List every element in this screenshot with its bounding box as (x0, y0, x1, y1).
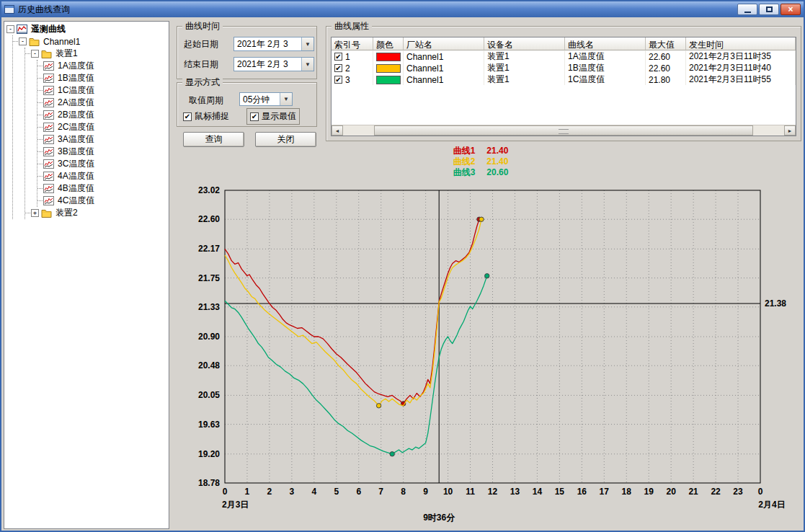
tree-item-label: 装置1 (54, 48, 79, 60)
svg-text:23: 23 (733, 487, 743, 497)
tree-item-label: 1B温度值 (56, 72, 96, 84)
curve-icon (43, 196, 54, 205)
color-swatch (376, 53, 401, 61)
extreme-marker (376, 404, 381, 408)
extreme-marker (485, 274, 489, 278)
series-1 (225, 217, 481, 406)
period-label: 取值周期 (189, 95, 223, 105)
row-cell: 1C温度值 (565, 74, 646, 85)
row-checkbox[interactable]: ✔ (334, 64, 342, 72)
tree-item-2B温度值[interactable]: 2B温度值 (43, 109, 169, 121)
svg-text:22.60: 22.60 (198, 214, 220, 224)
tree-item-4C温度值[interactable]: 4C温度值 (43, 195, 169, 207)
table-row[interactable]: ✔1Channel1装置11A温度值22.602021年2月3日11时35 (332, 50, 796, 62)
column-header-7[interactable]: 发生时间 (686, 37, 796, 50)
tree-node: 3A温度值 (43, 133, 169, 146)
svg-text:22.17: 22.17 (198, 244, 220, 254)
tree-node: -装置11A温度值1B温度值1C温度值2A温度值2B温度值2C温度值3A温度值3… (31, 48, 169, 207)
curve-icon (43, 61, 54, 71)
close-button[interactable]: × (780, 4, 801, 15)
svg-text:3: 3 (290, 487, 295, 497)
curve-icon (43, 86, 54, 95)
tree-item-1B温度值[interactable]: 1B温度值 (43, 72, 169, 84)
close-dialog-button[interactable]: 关闭 (255, 132, 316, 147)
svg-text:22: 22 (711, 487, 721, 497)
table-row[interactable]: ✔3Channel1装置11C温度值21.802021年2月3日11时55 (332, 74, 796, 85)
history-chart[interactable]: 18.7819.2019.6320.0520.4820.9021.3321.75… (174, 182, 803, 523)
tree-item-4B温度值[interactable]: 4B温度值 (43, 182, 169, 195)
minimize-button[interactable] (737, 4, 757, 15)
tree-item-3B温度值[interactable]: 3B温度值 (43, 146, 169, 158)
legend-label: 曲线2 (453, 156, 476, 167)
chevron-down-icon[interactable]: ▼ (280, 93, 292, 105)
row-cell: 2021年2月3日11时55 (686, 74, 796, 85)
expand-icon[interactable]: + (31, 209, 39, 217)
row-cell: 2021年2月3日11时40 (686, 62, 796, 74)
tree-item-装置1[interactable]: -装置1 (31, 48, 169, 60)
table-body: ✔1Channel1装置11A温度值22.602021年2月3日11时35✔2C… (332, 50, 796, 85)
collapse-icon[interactable]: - (6, 25, 14, 33)
tree-item-2C温度值[interactable]: 2C温度值 (43, 121, 169, 133)
svg-text:19.20: 19.20 (198, 449, 220, 459)
tree-item-3A温度值[interactable]: 3A温度值 (43, 133, 169, 146)
row-checkbox-cell[interactable]: ✔1 (332, 50, 373, 62)
tree-item-1A温度值[interactable]: 1A温度值 (43, 60, 169, 72)
row-checkbox[interactable]: ✔ (334, 76, 342, 84)
series-3 (225, 274, 489, 456)
tree-item-遥测曲线[interactable]: -遥测曲线 (6, 23, 169, 35)
curve-icon (43, 135, 54, 144)
tree-node: 1A温度值 (43, 60, 169, 72)
svg-text:14: 14 (533, 487, 543, 497)
tree-item-4A温度值[interactable]: 4A温度值 (43, 170, 169, 182)
tree-item-label: 3B温度值 (56, 146, 96, 158)
end-date-select[interactable]: 2021年 2月 3 ▼ (234, 57, 314, 71)
tree-item-2A温度值[interactable]: 2A温度值 (43, 97, 169, 109)
scroll-right-icon[interactable]: ► (784, 125, 796, 136)
column-header-3[interactable]: 厂站名 (404, 37, 484, 50)
row-checkbox[interactable]: ✔ (334, 53, 342, 61)
table-row[interactable]: ✔2Channel1装置11B温度值22.602021年2月3日11时40 (332, 62, 796, 74)
folder-icon (41, 49, 52, 58)
column-header-6[interactable]: 最大值 (646, 37, 686, 50)
tree-node: 1B温度值 (43, 72, 169, 84)
tree-item-Channel1[interactable]: -Channel1 (19, 35, 169, 48)
tree-item-3C温度值[interactable]: 3C温度值 (43, 158, 169, 170)
row-checkbox-cell[interactable]: ✔2 (332, 62, 373, 74)
show-extreme-checkbox[interactable]: ✔ 显示最值 (246, 108, 300, 125)
maximize-button[interactable] (759, 4, 779, 15)
column-header-2[interactable]: 颜色 (373, 37, 404, 50)
start-date-select[interactable]: 2021年 2月 3 ▼ (234, 37, 314, 51)
checkbox-icon[interactable]: ✔ (183, 112, 192, 121)
mouse-capture-checkbox[interactable]: ✔ 鼠标捕捉 (183, 110, 229, 123)
tree-item-装置2[interactable]: +装置2 (31, 207, 169, 219)
collapse-icon[interactable]: - (31, 50, 39, 58)
display-mode-group-title: 显示方式 (182, 77, 223, 87)
query-button[interactable]: 查询 (183, 132, 244, 147)
chevron-down-icon[interactable]: ▼ (301, 37, 313, 50)
table-hscrollbar[interactable]: ◄ ► (332, 125, 796, 136)
column-header-5[interactable]: 曲线名 (565, 37, 646, 50)
svg-text:8: 8 (401, 487, 406, 497)
tree-item-label: 装置2 (54, 207, 79, 219)
tree-item-label: 2B温度值 (56, 109, 96, 121)
legend-value: 20.60 (486, 167, 508, 178)
row-checkbox-cell[interactable]: ✔3 (332, 74, 373, 85)
tree-item-1C温度值[interactable]: 1C温度值 (43, 84, 169, 97)
checkbox-icon[interactable]: ✔ (250, 112, 259, 121)
row-index: 2 (345, 63, 350, 74)
collapse-icon[interactable]: - (19, 37, 27, 45)
row-cell: 2021年2月3日11时35 (686, 50, 796, 62)
column-header-4[interactable]: 设备名 (484, 37, 565, 50)
scrollbar-track[interactable] (343, 125, 784, 136)
window-title: 历史曲线查询 (18, 4, 737, 16)
column-header-1[interactable]: 索引号 (332, 37, 373, 50)
curve-icon (43, 184, 54, 193)
curve-icon (43, 123, 54, 132)
row-cell: Channel1 (404, 74, 484, 85)
scrollbar-thumb[interactable] (374, 125, 753, 136)
period-select[interactable]: 05分钟 ▼ (239, 92, 293, 106)
curve-icon (43, 98, 54, 107)
cursor-value-label: 21.38 (765, 298, 786, 309)
chevron-down-icon[interactable]: ▼ (301, 58, 313, 71)
scroll-left-icon[interactable]: ◄ (332, 125, 343, 136)
